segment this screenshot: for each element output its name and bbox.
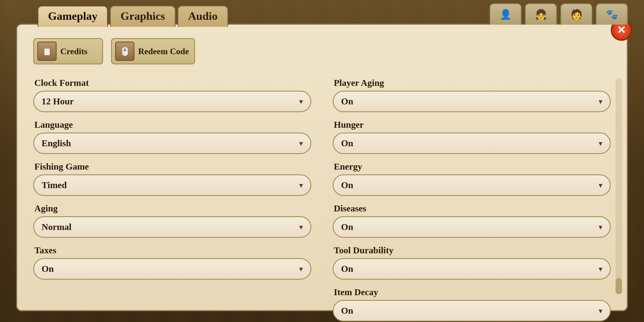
scrollbar-track[interactable]	[616, 78, 622, 294]
clock-format-label: Clock Format	[33, 78, 311, 88]
player-aging-value: On	[341, 96, 353, 107]
left-settings-column: Clock Format 12 Hour ▾ Language English …	[33, 78, 311, 321]
fishing-game-value: Timed	[42, 180, 67, 190]
tab-gameplay[interactable]: Gameplay	[38, 6, 108, 27]
char-tab-1[interactable]: 👤	[489, 3, 522, 25]
energy-group: Energy On ▾	[333, 162, 611, 196]
item-decay-value: On	[341, 306, 353, 316]
main-panel: ✕ 📋 Credits 🖱️ Redeem Code Clock Format …	[16, 24, 628, 311]
taxes-value: On	[42, 264, 54, 274]
diseases-arrow: ▾	[599, 223, 602, 232]
redeem-icon: 🖱️	[115, 42, 134, 61]
tool-durability-label: Tool Durability	[333, 245, 611, 255]
credits-button[interactable]: 📋 Credits	[33, 38, 103, 64]
player-aging-label: Player Aging	[333, 78, 611, 88]
item-decay-label: Item Decay	[333, 287, 611, 297]
credits-label: Credits	[60, 46, 87, 56]
energy-dropdown[interactable]: On ▾	[333, 174, 611, 196]
aging-label: Aging	[33, 203, 311, 214]
diseases-group: Diseases On ▾	[333, 203, 611, 238]
hunger-arrow: ▾	[599, 139, 602, 148]
hunger-label: Hunger	[333, 120, 611, 130]
diseases-dropdown[interactable]: On ▾	[333, 216, 611, 238]
aging-group: Aging Normal ▾	[33, 203, 311, 238]
language-value: English	[42, 138, 71, 148]
aging-dropdown[interactable]: Normal ▾	[33, 216, 311, 238]
tool-durability-value: On	[341, 264, 353, 274]
settings-columns: Clock Format 12 Hour ▾ Language English …	[33, 78, 611, 321]
fishing-game-label: Fishing Game	[33, 162, 311, 172]
tool-durability-dropdown[interactable]: On ▾	[333, 258, 611, 280]
char-tab-2[interactable]: 👧	[525, 3, 557, 25]
energy-value: On	[341, 180, 353, 190]
char-tab-3[interactable]: 🧑	[560, 3, 592, 25]
taxes-arrow: ▾	[299, 265, 303, 273]
aging-arrow: ▾	[299, 223, 303, 232]
diseases-value: On	[341, 222, 353, 232]
hunger-value: On	[341, 138, 353, 148]
language-arrow: ▾	[299, 139, 303, 148]
player-aging-dropdown[interactable]: On ▾	[333, 91, 611, 112]
clock-format-arrow: ▾	[299, 97, 303, 106]
scrollbar-thumb[interactable]	[616, 278, 622, 294]
clock-format-dropdown[interactable]: 12 Hour ▾	[33, 91, 311, 112]
fishing-game-arrow: ▾	[299, 181, 303, 190]
taxes-label: Taxes	[33, 245, 311, 255]
item-decay-group: Item Decay On ▾	[333, 287, 611, 321]
char-tab-4[interactable]: 🐾	[596, 3, 628, 25]
clock-format-group: Clock Format 12 Hour ▾	[33, 78, 311, 112]
item-decay-arrow: ▾	[599, 306, 602, 315]
language-dropdown[interactable]: English ▾	[33, 133, 311, 154]
language-label: Language	[33, 120, 311, 130]
fishing-game-group: Fishing Game Timed ▾	[33, 162, 311, 196]
energy-label: Energy	[333, 162, 611, 172]
energy-arrow: ▾	[599, 181, 602, 190]
top-buttons-row: 📋 Credits 🖱️ Redeem Code	[33, 38, 611, 64]
hunger-dropdown[interactable]: On ▾	[333, 133, 611, 154]
right-settings-column: Player Aging On ▾ Hunger On ▾ Energy On …	[333, 78, 611, 321]
diseases-label: Diseases	[333, 203, 611, 214]
tool-durability-group: Tool Durability On ▾	[333, 245, 611, 280]
redeem-label: Redeem Code	[138, 46, 189, 56]
taxes-dropdown[interactable]: On ▾	[33, 258, 311, 280]
character-tabs: 👤 👧 🧑 🐾	[489, 3, 644, 27]
player-aging-arrow: ▾	[599, 97, 602, 106]
tab-graphics[interactable]: Graphics	[110, 6, 175, 27]
tab-audio[interactable]: Audio	[178, 6, 228, 27]
hunger-group: Hunger On ▾	[333, 120, 611, 154]
tool-durability-arrow: ▾	[599, 265, 602, 273]
taxes-group: Taxes On ▾	[33, 245, 311, 280]
redeem-code-button[interactable]: 🖱️ Redeem Code	[111, 38, 195, 64]
language-group: Language English ▾	[33, 120, 311, 154]
clock-format-value: 12 Hour	[42, 96, 74, 107]
tab-bar: Gameplay Graphics Audio 👤 👧 🧑 🐾	[0, 0, 644, 27]
credits-icon: 📋	[37, 42, 57, 61]
fishing-game-dropdown[interactable]: Timed ▾	[33, 174, 311, 196]
item-decay-dropdown[interactable]: On ▾	[333, 300, 611, 321]
player-aging-group: Player Aging On ▾	[333, 78, 611, 112]
aging-value: Normal	[42, 222, 71, 232]
